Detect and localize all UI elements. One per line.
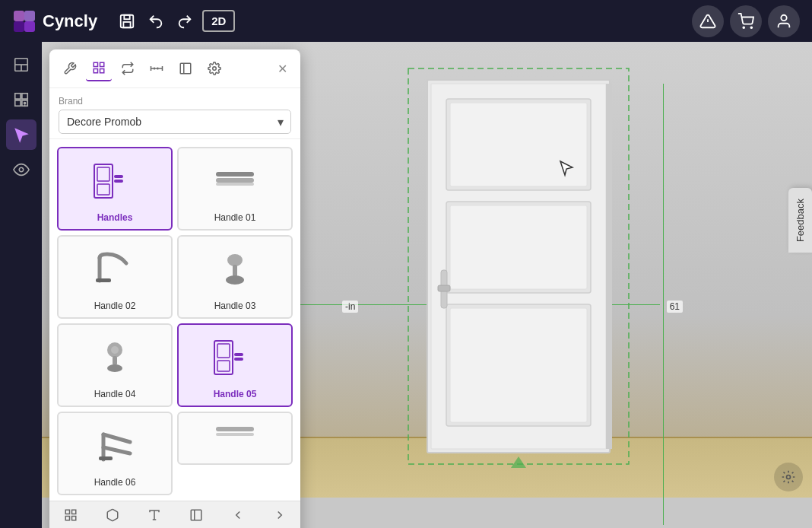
panel-tab-measure[interactable] (144, 56, 170, 81)
top-toolbar: Cyncly 2D (0, 0, 812, 42)
handle04-icon (84, 331, 145, 384)
svg-rect-6 (124, 21, 131, 27)
grid-icon (64, 508, 78, 522)
svg-rect-3 (14, 21, 24, 32)
cyncly-logo-icon (12, 9, 36, 33)
panel-bottom-btn-2[interactable] (101, 504, 124, 526)
list-item[interactable]: Handle 02 (57, 235, 173, 319)
logo: Cyncly (12, 9, 97, 33)
handle06-label: Handle 06 (94, 477, 136, 488)
panel-bottom-bar (49, 501, 300, 528)
handle-category-icon (84, 154, 145, 208)
chevron-right-icon (273, 508, 287, 522)
sidebar-item-cursor[interactable] (6, 119, 36, 150)
brand-label: Brand (59, 96, 291, 107)
svg-rect-78 (71, 510, 75, 514)
redo-icon (176, 13, 193, 30)
svg-rect-0 (14, 11, 24, 21)
handle02-label: Handle 02 (94, 301, 136, 311)
sidebar-item-catalog[interactable] (6, 84, 36, 115)
panel-close-button[interactable]: ✕ (271, 58, 293, 79)
settings-bottom-icon (781, 469, 796, 485)
list-item[interactable]: Handle 04 (57, 323, 173, 407)
svg-rect-77 (65, 510, 69, 514)
svg-line-59 (103, 447, 130, 453)
list-item[interactable]: Handles (57, 147, 173, 231)
user-icon (776, 13, 792, 30)
svg-point-19 (23, 102, 26, 105)
sidebar-item-view[interactable] (6, 154, 36, 185)
items-grid: Handles Handle 01 (49, 139, 300, 503)
brand-select-wrapper[interactable]: Decore Promob Brand 2 Brand 3 (59, 110, 291, 134)
svg-rect-71 (450, 308, 587, 422)
svg-rect-1 (24, 21, 35, 32)
svg-point-33 (213, 67, 217, 71)
panel-header: ✕ (49, 49, 300, 88)
list-item[interactable]: Handle 01 (177, 147, 293, 231)
handle01-icon (205, 154, 265, 208)
svg-point-10 (750, 27, 752, 28)
list-item[interactable]: Handle 03 (177, 235, 293, 319)
svg-rect-79 (65, 516, 69, 520)
chevron-left-icon (231, 508, 245, 522)
save-icon (119, 13, 135, 30)
brand-section: Brand Decore Promob Brand 2 Brand 3 (49, 88, 300, 139)
eye-icon (13, 161, 30, 178)
svg-point-49 (107, 364, 122, 372)
panel-tab-catalog[interactable] (86, 56, 112, 81)
svg-rect-40 (216, 183, 254, 186)
svg-rect-45 (233, 265, 237, 277)
svg-rect-35 (97, 167, 109, 181)
panels-bottom-icon (189, 508, 203, 522)
panel-tab-settings[interactable] (201, 56, 227, 81)
tools-icon (63, 62, 77, 75)
handle06-icon (84, 419, 145, 472)
svg-point-46 (226, 275, 244, 285)
feedback-tab[interactable]: Feedback (788, 188, 812, 253)
undo-button[interactable] (141, 7, 170, 36)
svg-rect-83 (191, 510, 201, 520)
panel-bottom-btn-6[interactable] (268, 504, 291, 526)
list-item[interactable]: Handle 06 (57, 412, 173, 495)
alert-button[interactable] (692, 5, 724, 37)
handle04-label: Handle 04 (94, 389, 136, 399)
svg-rect-43 (96, 278, 111, 282)
cursor (559, 160, 574, 181)
list-item[interactable]: Handle 05 (177, 323, 293, 407)
list-item[interactable] (177, 412, 293, 465)
floor-plan-icon (13, 56, 30, 73)
measure-icon (150, 62, 163, 75)
panel-tab-swap[interactable] (115, 56, 141, 81)
handle02-icon (84, 243, 145, 296)
2d-mode-button[interactable]: 2D (202, 10, 235, 32)
svg-point-11 (781, 14, 786, 20)
redo-button[interactable] (170, 7, 199, 36)
top-right-buttons (692, 5, 800, 37)
handle05-label: Handle 05 (214, 389, 257, 399)
svg-rect-36 (97, 184, 109, 195)
panel-tab-panels[interactable] (173, 56, 198, 81)
handle03-icon (205, 243, 265, 296)
svg-rect-61 (216, 433, 254, 436)
brand-select[interactable]: Decore Promob Brand 2 Brand 3 (59, 110, 291, 134)
panel-tab-tools[interactable] (57, 56, 83, 81)
cart-button[interactable] (730, 5, 762, 37)
settings-bottom-right-button[interactable] (774, 463, 803, 491)
catalog-icon (13, 91, 30, 108)
svg-rect-16 (21, 94, 27, 99)
svg-rect-80 (71, 516, 75, 520)
save-button[interactable] (113, 7, 141, 36)
svg-rect-38 (114, 180, 123, 183)
panel-bottom-btn-1[interactable] (59, 504, 82, 526)
sidebar-item-floorplan[interactable] (6, 49, 36, 80)
svg-line-56 (103, 434, 130, 442)
user-button[interactable] (768, 5, 800, 37)
panel-bottom-btn-3[interactable] (143, 504, 166, 526)
svg-rect-25 (100, 69, 104, 73)
svg-rect-69 (450, 205, 587, 289)
svg-rect-22 (94, 62, 97, 66)
handle07-icon (205, 419, 265, 450)
text-icon (147, 508, 161, 522)
panel-bottom-btn-4[interactable] (185, 504, 208, 526)
panel-bottom-btn-5[interactable] (227, 504, 249, 526)
